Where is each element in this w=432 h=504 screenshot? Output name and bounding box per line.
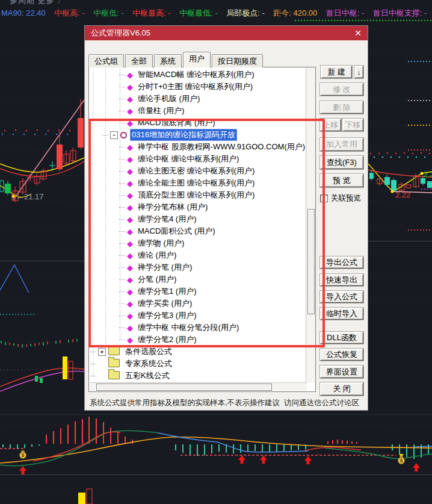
app-root: { "chart_header": { "line1": "多周期 更多 〉",… — [0, 0, 432, 504]
dialog-title: 公式管理器V6.05 — [91, 28, 150, 39]
tree-connector — [119, 99, 125, 99]
left-candlestick-chart: ←21.17 — [0, 57, 84, 235]
preview-button[interactable]: 预 览 — [320, 174, 363, 187]
find-button[interactable]: 查找(F3) — [320, 156, 363, 169]
folder-icon — [108, 347, 120, 355]
tree-item[interactable]: 智能MACD幅 缠论中枢系列(用户) — [89, 69, 306, 81]
scrollbar-thumb[interactable] — [96, 384, 272, 391]
price-label-left: ←21.17 — [16, 192, 44, 201]
red-highlight-annotation — [88, 119, 325, 347]
tree-item-label: 倍量柱 (用户) — [136, 105, 186, 117]
tree-item-label: 分时T+0主图 缠论中枢系列(用户) — [136, 81, 255, 93]
export-button[interactable]: 导出公式 — [320, 257, 363, 269]
tab-label: 按日期频度 — [218, 57, 257, 66]
folder-icon — [108, 359, 120, 367]
tree-connector — [119, 87, 125, 87]
indicator-value: MA90: 22.40 — [1, 8, 46, 17]
folder-icon — [108, 371, 120, 379]
tree-connector — [119, 111, 125, 111]
price-label-right-low: 2.22 — [395, 190, 410, 199]
formula-diamond-icon — [127, 95, 133, 103]
indicator-value: 距今: 420.00 — [273, 8, 317, 17]
linked-preview-checkbox[interactable]: 关联预览 — [320, 193, 361, 204]
tab[interactable]: 用户 — [183, 52, 211, 67]
close-button[interactable]: 关 闭 — [320, 382, 363, 396]
tree-item[interactable]: 缠论手机版 (用户) — [89, 93, 306, 105]
tab[interactable]: 全部 — [125, 54, 153, 67]
tab[interactable]: 系统 — [154, 54, 182, 67]
tab-bar: 公式组 全部 系统 用户 按日期频度 — [88, 54, 264, 67]
dll-functions-button[interactable]: DLL函数 — [320, 332, 363, 344]
tree-item[interactable]: + 条件选股公式 — [89, 346, 306, 358]
tab-label: 用户 — [189, 54, 205, 63]
svg-text:$: $ — [21, 452, 24, 458]
tree-connector — [90, 364, 96, 364]
forum-link-text[interactable]: 访问通达信公式讨论区 — [284, 398, 359, 408]
tree-item-label: 条件选股公式 — [123, 346, 174, 358]
tree-item[interactable]: 五彩K线公式 — [89, 370, 306, 382]
tab[interactable]: 按日期频度 — [212, 54, 263, 67]
tree-expander-icon[interactable]: + — [98, 348, 106, 356]
tree-connector — [90, 376, 96, 376]
indicator-value: 中枢高: - — [54, 8, 85, 17]
new-dropdown-button[interactable]: ↓ — [354, 66, 363, 78]
tree-item[interactable]: 专家系统公式 — [89, 358, 306, 370]
tab-label: 公式组 — [94, 57, 118, 66]
tree-item-label: 专家系统公式 — [123, 358, 174, 370]
svg-text:$: $ — [400, 458, 403, 464]
import-button[interactable]: 导入公式 — [320, 291, 363, 303]
tree-item-label: 五彩K线公式 — [123, 370, 171, 382]
add-favorite-button[interactable]: 加入常用 — [320, 138, 363, 151]
buy-signal-arrows — [19, 455, 420, 474]
dialog-titlebar[interactable]: 公式管理器V6.05 ✕ — [85, 26, 368, 40]
tree-connector — [90, 352, 96, 352]
delete-button[interactable]: 删 除 — [320, 101, 363, 114]
panel-divider-right — [368, 241, 432, 241]
money-bag-icon: $ — [398, 454, 405, 464]
new-button[interactable]: 新 建 — [321, 66, 352, 78]
tree-item[interactable]: 分时T+0主图 缠论中枢系列(用户) — [89, 81, 306, 93]
tree-horizontal-scrollbar[interactable] — [90, 382, 307, 391]
ui-settings-button[interactable]: 界面设置 — [320, 366, 363, 378]
indicator-value: 中枢最低: - — [179, 8, 218, 17]
temp-import-button[interactable]: 临时导入 — [320, 308, 363, 320]
formula-diamond-icon — [127, 71, 133, 79]
money-bag-icon: $ — [20, 451, 26, 459]
right-candlestick-chart: 2.22 2.2 — [368, 36, 432, 241]
quick-export-button[interactable]: 快速导出 — [320, 274, 363, 286]
indicator-value: 局部极点: - — [226, 8, 265, 17]
formula-diamond-icon — [127, 83, 133, 91]
move-down-button[interactable]: 下移 — [342, 119, 363, 131]
indicator-value: 中枢低: - — [93, 8, 124, 17]
indicator-value: 首日中枢: - — [326, 8, 365, 17]
indicator-value: 中枢最高: - — [132, 8, 171, 17]
tab[interactable]: 公式组 — [88, 54, 124, 67]
price-label-right-close: 2.2 — [424, 170, 432, 179]
indicator-value: 首日中枢支撑: - — [373, 8, 427, 17]
bottom-macd-panel: $ $ — [0, 414, 432, 504]
toolbar-clipped-text: 多周期 更多 〉 — [10, 0, 66, 6]
close-icon[interactable]: ✕ — [354, 29, 362, 37]
tree-item-label: 智能MACD幅 缠论中枢系列(用户) — [136, 69, 256, 81]
green-dotted-level-line — [295, 20, 432, 21]
formula-diamond-icon — [127, 107, 133, 115]
formula-restore-button[interactable]: 公式恢复 — [320, 349, 363, 361]
tree-item-label: 缠论手机版 (用户) — [136, 93, 202, 105]
tab-label: 系统 — [160, 57, 176, 66]
dialog-statusbar: 系统公式提供常用指标及模型的实现样本,不表示操作建议 访问通达信公式讨论区 — [85, 396, 368, 410]
checkbox-label: 关联预览 — [331, 193, 361, 204]
tree-connector — [119, 75, 125, 75]
modify-button[interactable]: 修 改 — [320, 83, 363, 96]
tree-item[interactable]: 倍量柱 (用户) — [89, 105, 306, 117]
left-indicator-panel — [0, 259, 84, 414]
tab-label: 全部 — [131, 57, 147, 66]
status-hint-text: 系统公式提供常用指标及模型的实现样本,不表示操作建议 — [90, 398, 280, 408]
indicator-value-bar: MA90: 22.40 中枢高: - 中枢低: - 中枢最高: - 中枢最低: … — [1, 7, 432, 19]
